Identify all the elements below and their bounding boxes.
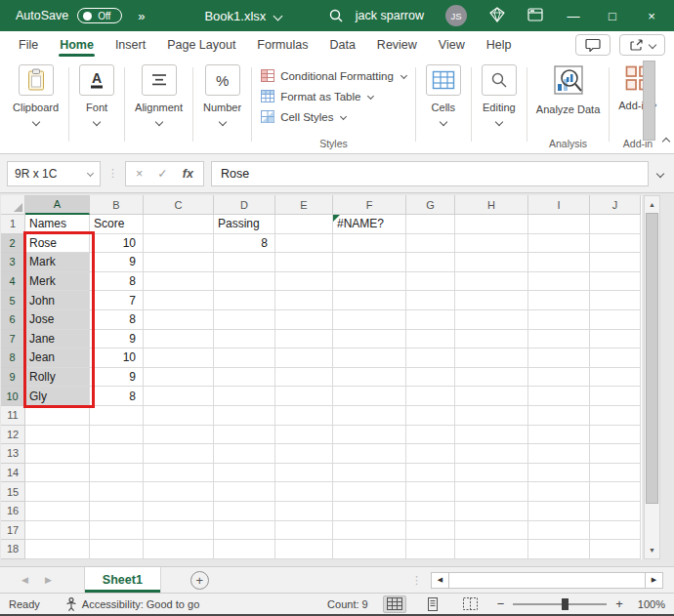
cell-I16[interactable] — [528, 502, 590, 521]
cell-B7[interactable]: 9 — [90, 330, 144, 349]
cell-G7[interactable] — [406, 330, 455, 349]
cell-D5[interactable] — [214, 291, 275, 310]
cell-F2[interactable] — [333, 234, 406, 254]
cell-A3[interactable]: Mark — [25, 253, 90, 272]
cell-B17[interactable] — [90, 521, 144, 541]
zoom-slider[interactable] — [513, 603, 607, 605]
cell-E6[interactable] — [275, 310, 333, 330]
cell-C16[interactable] — [144, 502, 214, 521]
tab-review[interactable]: Review — [366, 31, 428, 58]
cell-C1[interactable] — [144, 215, 214, 234]
cell-A16[interactable] — [25, 502, 90, 521]
cell-C10[interactable] — [144, 387, 214, 406]
cell-G5[interactable] — [406, 291, 455, 310]
expand-formula-bar-icon[interactable] — [656, 169, 664, 177]
cell-B1[interactable]: Score — [90, 215, 144, 234]
row-header-9[interactable]: 9 — [1, 368, 25, 388]
format-as-table-button[interactable]: Format as Table — [261, 86, 406, 106]
cell-B14[interactable] — [90, 464, 144, 483]
cell-C2[interactable] — [144, 234, 214, 254]
cell-G18[interactable] — [406, 540, 455, 559]
cell-E15[interactable] — [275, 482, 333, 502]
vertical-scrollbar[interactable]: ▲ ▼ — [644, 195, 660, 559]
cell-C9[interactable] — [144, 368, 214, 388]
cell-G14[interactable] — [406, 464, 455, 483]
cell-B6[interactable]: 8 — [90, 310, 144, 330]
user-name[interactable]: jack sparrow — [356, 9, 424, 22]
cell-H18[interactable] — [455, 540, 528, 559]
cell-F15[interactable] — [333, 482, 406, 502]
cell-F16[interactable] — [333, 502, 406, 521]
page-layout-view-button[interactable] — [421, 595, 444, 613]
zoom-in-button[interactable]: + — [615, 596, 623, 611]
cell-G6[interactable] — [406, 310, 455, 330]
cell-A7[interactable]: Jane — [25, 330, 90, 349]
cell-H7[interactable] — [455, 330, 528, 349]
cell-G17[interactable] — [406, 521, 455, 541]
cell-E14[interactable] — [275, 464, 333, 483]
row-header-13[interactable]: 13 — [1, 444, 25, 464]
cell-H6[interactable] — [455, 310, 528, 330]
cell-J15[interactable] — [590, 482, 641, 502]
horizontal-scrollbar[interactable]: ◀ ▶ — [431, 572, 663, 589]
cell-H13[interactable] — [455, 444, 528, 464]
cell-E5[interactable] — [275, 291, 333, 310]
cell-D8[interactable] — [214, 349, 275, 368]
editing-group[interactable]: Editing — [473, 58, 526, 153]
share-button[interactable] — [619, 34, 665, 56]
column-header-I[interactable]: I — [528, 195, 590, 215]
cell-I14[interactable] — [528, 464, 590, 483]
zoom-level[interactable]: 100% — [638, 598, 665, 610]
autosave-toggle[interactable]: Off — [77, 8, 122, 23]
column-header-E[interactable]: E — [275, 195, 333, 215]
cell-J6[interactable] — [590, 310, 641, 330]
cell-D2[interactable]: 8 — [214, 234, 275, 254]
cell-C4[interactable] — [144, 272, 214, 292]
cell-B16[interactable] — [90, 502, 144, 521]
row-header-16[interactable]: 16 — [1, 502, 25, 521]
cell-H12[interactable] — [455, 426, 528, 445]
cell-I5[interactable] — [528, 291, 590, 310]
cell-F11[interactable] — [333, 406, 406, 426]
cell-C18[interactable] — [144, 540, 214, 559]
cell-D13[interactable] — [214, 444, 275, 464]
cell-H16[interactable] — [455, 502, 528, 521]
accessibility-status[interactable]: Accessibility: Good to go — [65, 597, 199, 611]
tab-home[interactable]: Home — [49, 31, 105, 58]
row-header-10[interactable]: 10 — [1, 387, 25, 406]
font-group[interactable]: A Font — [70, 58, 123, 153]
cell-G1[interactable] — [406, 215, 455, 234]
clipboard-icon[interactable] — [19, 64, 54, 96]
cancel-icon[interactable]: × — [136, 167, 143, 181]
comments-button[interactable] — [575, 34, 611, 56]
vertical-scroll-thumb[interactable] — [646, 213, 658, 504]
cell-C14[interactable] — [144, 464, 214, 483]
cell-I6[interactable] — [528, 310, 590, 330]
cell-D17[interactable] — [214, 521, 275, 541]
cell-G11[interactable] — [406, 406, 455, 426]
cell-D15[interactable] — [214, 482, 275, 502]
cell-H8[interactable] — [455, 349, 528, 368]
tab-formulas[interactable]: Formulas — [246, 31, 318, 58]
cell-D9[interactable] — [214, 368, 275, 388]
row-header-5[interactable]: 5 — [1, 291, 25, 310]
tab-view[interactable]: View — [428, 31, 476, 58]
cell-D1[interactable]: Passing — [214, 215, 275, 234]
cell-I1[interactable] — [528, 215, 590, 234]
scroll-down-icon[interactable]: ▼ — [645, 542, 659, 558]
cell-J14[interactable] — [590, 464, 641, 483]
cell-F13[interactable] — [333, 444, 406, 464]
cell-A9[interactable]: Rolly — [25, 368, 90, 388]
cell-C12[interactable] — [144, 426, 214, 445]
alignment-group[interactable]: Alignment — [126, 58, 191, 153]
cell-G3[interactable] — [406, 253, 455, 272]
cell-A2[interactable]: Rose — [25, 234, 90, 254]
cell-D3[interactable] — [214, 253, 275, 272]
cell-F6[interactable] — [333, 310, 406, 330]
cell-E3[interactable] — [275, 253, 333, 272]
page-break-preview-button[interactable] — [459, 595, 483, 613]
cell-J8[interactable] — [590, 349, 641, 368]
cell-E13[interactable] — [275, 444, 333, 464]
cell-F9[interactable] — [333, 368, 406, 388]
insert-function-icon[interactable]: fx — [183, 167, 193, 181]
